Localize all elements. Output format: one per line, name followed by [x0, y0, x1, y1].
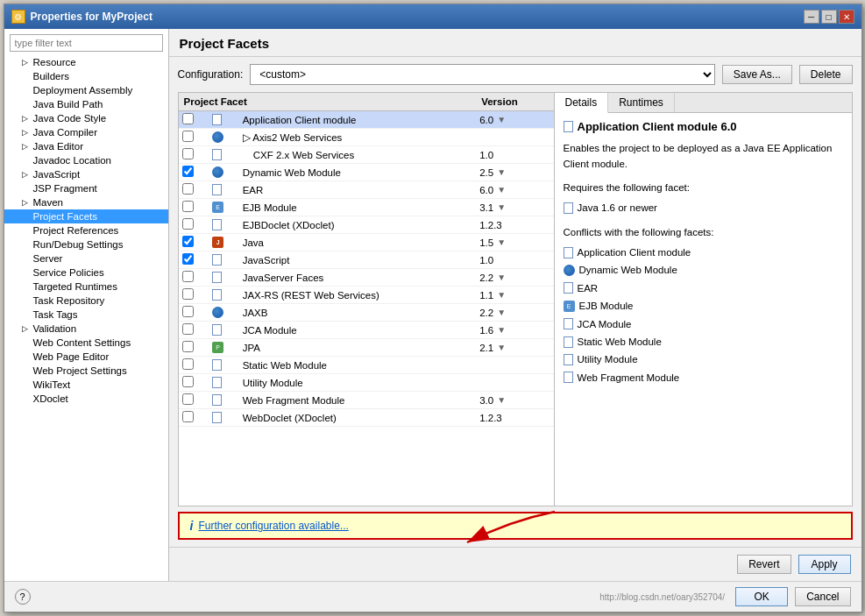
revert-apply-bar: Revert Apply: [169, 547, 861, 581]
facet-checkbox-jaxrs[interactable]: [182, 288, 194, 300]
page-icon4: [212, 219, 222, 230]
expand-arrow-val: ▷: [22, 324, 31, 333]
facet-checkbox-dwm[interactable]: [182, 166, 194, 177]
list-item: E EJB Module: [564, 297, 843, 315]
sidebar-item-project-references[interactable]: Project References: [4, 223, 168, 237]
tab-details[interactable]: Details: [555, 93, 609, 113]
facet-checkbox-static-web[interactable]: [182, 358, 194, 370]
sidebar-item-java-build-path[interactable]: Java Build Path: [4, 97, 168, 111]
facet-version: [476, 357, 553, 374]
version-dropdown-icon10[interactable]: ▼: [497, 343, 506, 352]
version-dropdown-icon3[interactable]: ▼: [497, 185, 506, 195]
facet-checkbox-cxf[interactable]: [182, 148, 194, 159]
list-item: Web Fragment Module: [564, 369, 843, 386]
facet-checkbox-jsf[interactable]: [182, 271, 194, 282]
table-row: Static Web Module: [179, 357, 554, 374]
sidebar-item-project-facets[interactable]: Project Facets: [4, 209, 168, 223]
further-config-link[interactable]: Further configuration available...: [198, 520, 348, 532]
sidebar-item-web-page-editor[interactable]: Web Page Editor: [4, 350, 168, 364]
facet-checkbox-axis2[interactable]: [182, 131, 194, 142]
version-dropdown-icon8[interactable]: ▼: [497, 308, 506, 317]
table-row: Application Client module 6.0 ▼: [179, 111, 554, 129]
sidebar-item-validation[interactable]: ▷Validation: [4, 322, 168, 336]
table-row: JAXB 2.2 ▼: [179, 304, 554, 322]
sidebar-item-targeted-runtimes[interactable]: Targeted Runtimes: [4, 280, 168, 294]
facet-checkbox-ejbdoclet[interactable]: [182, 218, 194, 230]
facet-version: 1.0: [476, 146, 553, 164]
sidebar-item-wikitext[interactable]: WikiText: [4, 378, 168, 392]
sidebar-item-javadoc[interactable]: Javadoc Location: [4, 153, 168, 167]
sidebar-item-server[interactable]: Server: [4, 251, 168, 266]
sidebar-item-jsp-fragment[interactable]: JSP Fragment: [4, 181, 168, 195]
page-icon6: [212, 272, 222, 283]
sidebar-item-java-code-style[interactable]: ▷Java Code Style: [4, 111, 168, 125]
facet-version: 1.6 ▼: [476, 322, 553, 339]
revert-button[interactable]: Revert: [737, 555, 791, 574]
sidebar-item-java-compiler[interactable]: ▷Java Compiler: [4, 125, 168, 139]
cancel-button[interactable]: Cancel: [795, 587, 850, 606]
sidebar-item-task-tags[interactable]: Task Tags: [4, 308, 168, 322]
facet-label: JavaServer Faces: [239, 269, 477, 287]
sidebar-item-resource[interactable]: ▷Resource: [4, 55, 168, 69]
facet-label: Utility Module: [239, 374, 477, 392]
facet-checkbox-jpa[interactable]: [182, 341, 194, 352]
sidebar-item-xdoclet[interactable]: XDoclet: [4, 392, 168, 406]
ejb-icon: E: [212, 202, 223, 213]
details-tabs: Details Runtimes: [555, 93, 852, 113]
sidebar-item-deployment-assembly[interactable]: Deployment Assembly: [4, 83, 168, 97]
version-dropdown-icon5[interactable]: ▼: [497, 237, 506, 247]
sidebar-item-java-editor[interactable]: ▷Java Editor: [4, 139, 168, 153]
conf-label4: EJB Module: [579, 298, 634, 314]
facet-checkbox-webdoclet[interactable]: [182, 411, 194, 422]
facet-label: WebDoclet (XDoclet): [239, 409, 477, 427]
details-conflicts-section: Conflicts with the following facets: App…: [564, 224, 843, 387]
facet-checkbox-javascript[interactable]: [182, 253, 194, 265]
version-dropdown-icon2[interactable]: ▼: [497, 167, 506, 177]
conf-icon7: [564, 354, 573, 365]
facet-label: Application Client module: [239, 111, 477, 129]
expand-arrow-jc: ▷: [22, 128, 31, 137]
facet-table: Project Facet Version Application Client…: [179, 93, 554, 427]
sidebar-item-maven[interactable]: ▷Maven: [4, 195, 168, 209]
sidebar-item-builders[interactable]: Builders: [4, 69, 168, 83]
list-item: Java 1.6 or newer: [564, 199, 843, 216]
version-dropdown-icon6[interactable]: ▼: [497, 273, 506, 282]
version-dropdown-icon9[interactable]: ▼: [497, 325, 506, 335]
help-button[interactable]: ?: [15, 589, 31, 605]
sidebar-item-run-debug[interactable]: Run/Debug Settings: [4, 237, 168, 251]
config-select[interactable]: <custom>: [250, 64, 715, 85]
facet-checkbox-jaxb[interactable]: [182, 306, 194, 317]
facet-checkbox-ejb[interactable]: [182, 201, 194, 212]
version-dropdown-icon11[interactable]: ▼: [497, 395, 506, 405]
close-button[interactable]: ✕: [839, 10, 854, 24]
facet-label: EJBDoclet (XDoclet): [239, 216, 477, 234]
sidebar-item-web-project-settings[interactable]: Web Project Settings: [4, 364, 168, 378]
facet-checkbox-java[interactable]: [182, 236, 194, 247]
sidebar-item-task-repository[interactable]: Task Repository: [4, 294, 168, 308]
version-dropdown-icon7[interactable]: ▼: [497, 290, 506, 300]
facet-checkbox-jca[interactable]: [182, 323, 194, 335]
maximize-button[interactable]: □: [821, 10, 837, 24]
facet-checkbox-ear[interactable]: [182, 183, 194, 195]
apply-button[interactable]: Apply: [798, 555, 851, 574]
info-icon: i: [190, 519, 194, 533]
expand-arrow-resource: ▷: [22, 58, 31, 67]
filter-input[interactable]: [10, 34, 163, 52]
page-icon3: [212, 184, 222, 195]
facet-checkbox-utility[interactable]: [182, 376, 194, 387]
tab-runtimes[interactable]: Runtimes: [608, 93, 675, 112]
facet-checkbox-web-fragment[interactable]: [182, 393, 194, 405]
version-dropdown-icon4[interactable]: ▼: [497, 202, 506, 212]
save-as-button[interactable]: Save As...: [722, 65, 792, 84]
facet-label: EAR: [239, 181, 477, 199]
sidebar-item-service-policies[interactable]: Service Policies: [4, 266, 168, 280]
facet-version: 2.2 ▼: [476, 304, 553, 322]
ok-button[interactable]: OK: [735, 587, 788, 606]
java-icon: J: [212, 237, 223, 248]
sidebar-item-web-content-settings[interactable]: Web Content Settings: [4, 336, 168, 350]
version-dropdown-icon[interactable]: ▼: [497, 115, 506, 124]
delete-button[interactable]: Delete: [799, 65, 853, 84]
sidebar-item-javascript[interactable]: ▷JavaScript: [4, 167, 168, 181]
minimize-button[interactable]: ─: [804, 10, 819, 24]
facet-checkbox-app-client[interactable]: [182, 113, 194, 124]
